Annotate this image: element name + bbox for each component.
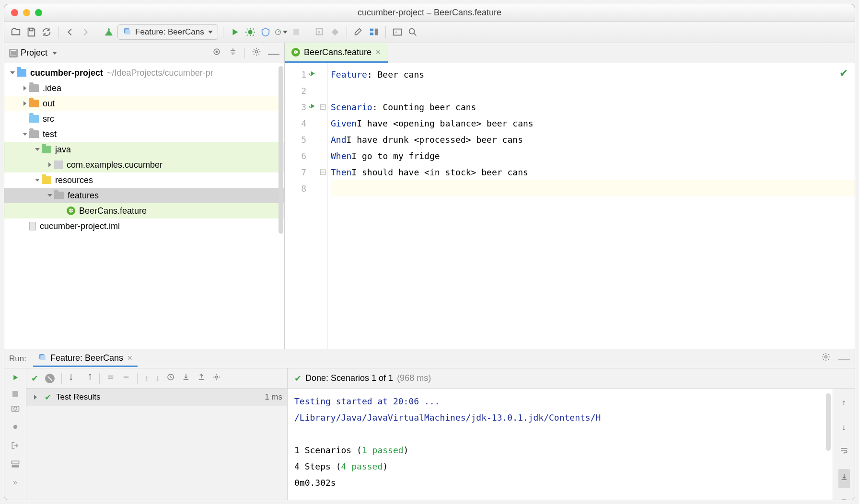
debug-side-icon[interactable] xyxy=(11,422,20,434)
open-icon[interactable] xyxy=(9,25,23,39)
coverage-icon[interactable] xyxy=(259,25,272,39)
stop-icon[interactable] xyxy=(290,25,303,39)
tree-root[interactable]: cucumber-project ~/IdeaProjects/cucumber… xyxy=(4,65,284,80)
code-line[interactable] xyxy=(331,180,855,196)
zoom-window-button[interactable] xyxy=(35,9,42,16)
locate-icon[interactable] xyxy=(212,47,221,59)
import-icon[interactable] xyxy=(182,373,190,384)
expand-arrow-icon[interactable] xyxy=(8,71,17,74)
expand-all-icon[interactable] xyxy=(106,373,115,384)
project-view-dropdown-icon[interactable] xyxy=(52,52,57,55)
editor-tab[interactable]: BeerCans.feature ✕ xyxy=(285,43,388,63)
sort-duration-icon[interactable] xyxy=(84,373,93,384)
build-icon[interactable] xyxy=(102,25,116,39)
code-line[interactable]: Given I have <opening balance> beer cans xyxy=(331,115,855,131)
tree-node-java[interactable]: java xyxy=(4,142,284,157)
svg-rect-5 xyxy=(370,29,373,31)
tree-node-idea[interactable]: .idea xyxy=(4,80,284,96)
ignore-filter-icon[interactable] xyxy=(45,374,55,383)
refresh-icon[interactable] xyxy=(40,25,53,39)
layout-icon[interactable] xyxy=(11,459,20,471)
more-icon[interactable]: » xyxy=(13,478,17,487)
gutter-run-icon[interactable] xyxy=(309,69,316,80)
expand-arrow-icon[interactable] xyxy=(33,179,42,182)
expand-arrow-icon[interactable] xyxy=(46,194,54,197)
code-line[interactable]: Then I should have <in stock> beer cans xyxy=(331,164,855,180)
minimize-window-button[interactable] xyxy=(23,9,30,16)
collapse-all-icon[interactable] xyxy=(122,373,130,384)
code-line[interactable]: Scenario: Counting beer cans xyxy=(331,99,855,115)
expand-arrow-icon[interactable] xyxy=(21,133,29,136)
test-results-row[interactable]: ✔ Test Results 1 ms xyxy=(26,389,287,406)
run-anything-icon[interactable] xyxy=(391,25,404,39)
code-line[interactable]: Feature: Beer cans xyxy=(331,66,855,82)
tree-node-resources[interactable]: resources xyxy=(4,172,284,188)
tool-settings-icon[interactable] xyxy=(252,47,261,59)
expand-arrow-icon[interactable] xyxy=(46,162,54,167)
tree-node-features[interactable]: features xyxy=(4,188,284,203)
project-structure-icon[interactable] xyxy=(367,25,381,39)
expand-arrow-icon[interactable] xyxy=(33,148,42,151)
scroll-down-icon[interactable]: ↓ xyxy=(841,419,847,435)
console-output[interactable]: Testing started at 20:06 ... /Library/Ja… xyxy=(288,389,855,500)
project-tree[interactable]: cucumber-project ~/IdeaProjects/cucumber… xyxy=(4,63,285,349)
save-icon[interactable] xyxy=(24,25,38,39)
expand-arrow-icon[interactable] xyxy=(21,101,29,106)
hide-tool-icon[interactable]: — xyxy=(268,46,279,60)
inspection-ok-icon[interactable]: ✔ xyxy=(839,67,848,80)
code-line[interactable] xyxy=(331,82,855,99)
back-icon[interactable] xyxy=(63,25,77,39)
scroll-to-end-icon[interactable] xyxy=(838,469,850,488)
tree-node-feature-file[interactable]: BeerCans.feature xyxy=(4,203,284,218)
project-tool-label[interactable]: Project xyxy=(21,48,47,58)
vcs-commit-icon[interactable] xyxy=(328,25,342,39)
tree-label: cucumber-project xyxy=(30,65,103,80)
scrollbar[interactable] xyxy=(826,393,831,451)
tree-node-src[interactable]: src xyxy=(4,111,284,126)
hide-run-icon[interactable]: — xyxy=(838,352,850,366)
exit-icon[interactable] xyxy=(11,441,20,453)
scrollbar[interactable] xyxy=(279,66,283,234)
fold-icon[interactable]: ⊟ xyxy=(318,164,327,180)
profile-icon[interactable] xyxy=(274,25,288,39)
run-configuration-dropdown[interactable]: Feature: BeerCans xyxy=(117,24,218,40)
code-line[interactable]: When I go to my fridge xyxy=(331,148,855,164)
sort-alpha-icon[interactable] xyxy=(69,373,77,384)
tree-node-test[interactable]: test xyxy=(4,126,284,142)
export-icon[interactable] xyxy=(197,373,206,384)
vcs-update-icon[interactable] xyxy=(313,25,326,39)
rerun-icon[interactable] xyxy=(11,373,20,384)
fold-column: ⊟ ⊟ xyxy=(318,63,328,349)
settings-icon[interactable] xyxy=(352,25,365,39)
pass-filter-icon[interactable]: ✔ xyxy=(31,373,38,384)
history-icon[interactable] xyxy=(166,373,175,384)
gutter-run-icon[interactable] xyxy=(309,102,316,112)
test-settings-icon[interactable] xyxy=(212,373,221,384)
editor-gutter: 1 2 3 45678 xyxy=(285,63,318,349)
run-icon[interactable] xyxy=(228,25,242,39)
tree-node-iml[interactable]: cucumber-project.iml xyxy=(4,218,284,234)
search-icon[interactable] xyxy=(406,25,419,39)
tree-node-out[interactable]: out xyxy=(4,96,284,111)
code-line[interactable]: And I have drunk <processed> beer cans xyxy=(331,131,855,148)
soft-wrap-icon[interactable] xyxy=(839,444,849,460)
code-editor[interactable]: 1 2 3 45678 ⊟ ⊟ Feature: Beer cans Scena… xyxy=(285,63,855,349)
stop-button-icon[interactable] xyxy=(12,391,18,397)
tree-node-package[interactable]: com.examples.cucumber xyxy=(4,157,284,172)
run-settings-icon[interactable] xyxy=(821,352,831,366)
tab-close-icon[interactable]: ✕ xyxy=(375,48,381,56)
debug-icon[interactable] xyxy=(244,25,257,39)
tab-close-icon[interactable]: ✕ xyxy=(127,354,133,362)
close-window-button[interactable] xyxy=(11,9,18,16)
forward-icon[interactable] xyxy=(79,25,92,39)
expand-arrow-icon[interactable] xyxy=(31,395,40,400)
prev-fail-icon[interactable]: ↑ xyxy=(144,373,149,383)
run-tab[interactable]: Feature: BeerCans ✕ xyxy=(33,351,138,367)
scroll-up-icon[interactable]: ↑ xyxy=(841,394,847,411)
print-icon[interactable] xyxy=(839,497,849,500)
expand-all-icon[interactable] xyxy=(228,47,238,59)
fold-icon[interactable]: ⊟ xyxy=(318,99,327,115)
screenshot-icon[interactable] xyxy=(11,403,20,415)
next-fail-icon[interactable]: ↓ xyxy=(155,373,160,383)
expand-arrow-icon[interactable] xyxy=(21,86,29,91)
